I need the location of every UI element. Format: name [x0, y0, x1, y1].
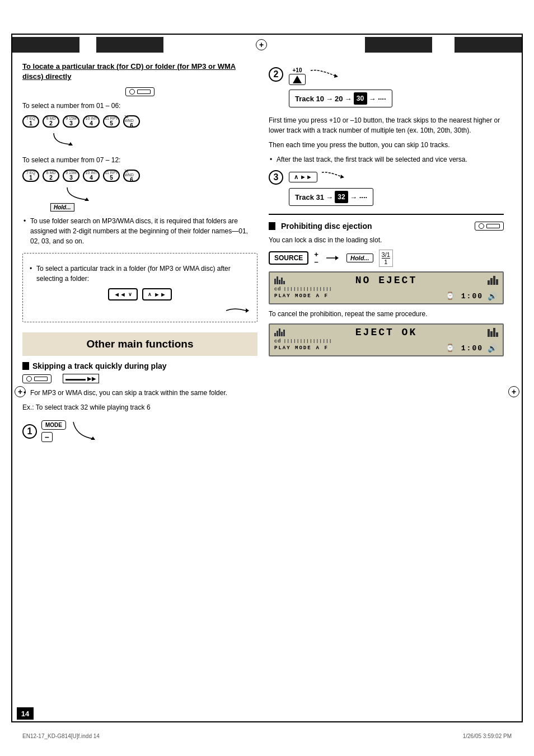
ebar5	[283, 330, 285, 336]
btn-4[interactable]: 10 INT 4	[83, 115, 100, 128]
header-left-block	[12, 37, 79, 53]
arrow3: →	[326, 193, 333, 201]
btn-5[interactable]: 11 RPT 5	[103, 115, 120, 128]
select-01-06-label: To select a number from 01 – 06:	[22, 101, 257, 111]
footer: EN12-17_KD-G814[U]f.indd 14 1/26/05 3:59…	[22, 733, 512, 739]
skip-fwd-button[interactable]: ∧ ►►	[289, 172, 317, 182]
lcd-figure-right: 🔊	[488, 292, 498, 301]
page-number: 14	[17, 707, 34, 720]
lcd-time-icon: ⌚	[446, 292, 456, 300]
erbar3	[493, 328, 495, 337]
eject-figure-right: 🔊	[488, 344, 498, 353]
bar4	[281, 278, 283, 284]
nav-btn-left[interactable]: ◄◄∨	[108, 288, 138, 300]
device-icon-row	[22, 87, 257, 96]
btn-3[interactable]: 9 15M 3	[63, 115, 79, 128]
step2-circle: 2	[269, 67, 283, 82]
skip-fwd-arrow	[320, 170, 348, 184]
mode-button[interactable]: MODE	[41, 420, 66, 430]
hold-label-box: Hold...	[346, 253, 373, 262]
step2-content: +10 Track 10	[289, 67, 392, 110]
btn-3b[interactable]: 9 15M 3	[63, 170, 79, 182]
section-separator	[269, 214, 504, 215]
curve-hold-area: Hold...	[50, 186, 257, 212]
svg-marker-2	[246, 308, 249, 313]
svg-marker-4	[334, 74, 338, 78]
page-border-left	[11, 34, 12, 722]
skip-title: Skipping a track quickly during play	[32, 361, 167, 370]
erbar2	[490, 331, 493, 337]
lcd-bars-right	[488, 276, 498, 285]
skip-bullet-1: For MP3 or WMA disc, you can skip a trac…	[22, 388, 257, 398]
black-square-skip	[22, 362, 29, 370]
minus-button[interactable]: –	[41, 432, 53, 442]
device-circle	[129, 89, 135, 95]
btn-1b[interactable]: 7 EQ 1	[22, 170, 39, 182]
eject-lcd-bars-left	[274, 328, 285, 336]
erbar4	[496, 332, 498, 337]
eject-time-icon: ⌚	[446, 344, 456, 353]
btn-4b[interactable]: 10 INT 4	[83, 170, 100, 182]
skip-device-icon-1	[22, 374, 51, 383]
lcd-bottom-row-1: PLAY MODE A F ⌚ 1:00 🔊	[274, 292, 498, 301]
black-square-prohibit	[269, 222, 275, 230]
btn-6b[interactable]: 12 WND 6	[123, 170, 140, 182]
lcd-tick-marks: |||||||||||||||	[284, 286, 332, 291]
track32-filled: 32	[335, 191, 348, 203]
prohibit-circle	[479, 223, 484, 229]
lcd-no-eject-text: NO EJECT	[355, 275, 417, 286]
left-column: To locate a particular track (for CD) or…	[22, 62, 257, 450]
plus10-button[interactable]	[289, 74, 306, 85]
seq-dots: → ····	[369, 95, 386, 103]
eject-playmode: PLAY MODE	[274, 345, 312, 351]
rbar3	[493, 276, 495, 285]
plus-minus-buttons: + –	[314, 251, 318, 265]
prohibit-device-icon	[475, 222, 504, 231]
btn-5b[interactable]: 11 RPT 5	[103, 170, 120, 182]
plus10-btn-wrap: +10	[289, 67, 306, 85]
other-main-title: Other main functions	[31, 338, 249, 350]
skip-icon-play: ▶▶	[87, 375, 96, 382]
eject-lcd-sub-row: cd |||||||||||||||	[274, 338, 498, 344]
footer-right: 1/26/05 3:59:02 PM	[463, 733, 512, 739]
lcd-top-row: NO EJECT	[274, 275, 498, 286]
source-button[interactable]: SOURCE	[269, 251, 308, 265]
eject-lcd-top-row: EJECT OK	[274, 327, 498, 338]
plus10-label: +10	[293, 67, 302, 73]
reg-mark-left	[15, 386, 26, 397]
button-row-01-06: 7 EQ 1 8 MD 2 9 15M 3 10 INT 4 11 RPT	[22, 115, 257, 128]
skip-device-icons: ▬▬▬▬ ▶▶	[22, 374, 257, 383]
skip-rect-1	[34, 377, 48, 381]
btn-1[interactable]: 7 EQ 1	[22, 115, 39, 128]
reg-mark-right	[508, 386, 519, 397]
source-hold-row: SOURCE + – Hold... 3/1 1	[269, 250, 504, 267]
bullet-para-folder: To use folder search on MP3/WMA discs, i…	[22, 216, 257, 246]
step2-row: 2 +10	[269, 67, 504, 110]
eject-time-value: 1:00	[461, 344, 483, 353]
ebar1	[274, 333, 276, 336]
skip-ex-label: Ex.: To select track 32 while playing tr…	[22, 402, 257, 412]
button-row-07-12: 7 EQ 1 8 MD 2 9 15M 3 10 INT 4 11 RPT	[22, 170, 257, 182]
minus-button2[interactable]: –	[315, 258, 318, 265]
arrow2: →	[345, 95, 352, 103]
track31-text: Track 31	[295, 193, 324, 201]
bar5	[283, 281, 285, 284]
seq-dots2: → ····	[350, 193, 367, 201]
hold-label-1: Hold...	[50, 203, 74, 212]
bar2	[277, 276, 278, 284]
nav-btn-right[interactable]: ∧►►	[142, 288, 172, 300]
track-sequence-display: Track 10 → 20 → 30 → ····	[289, 90, 392, 107]
erbar1	[488, 329, 490, 337]
prohibiting-text: You can lock a disc in the loading slot.	[269, 235, 504, 245]
other-main-box: Other main functions	[22, 332, 257, 356]
up-triangle-icon	[293, 76, 302, 83]
skip-section-head: Skipping a track quickly during play	[22, 361, 257, 370]
step1-arrow	[71, 419, 104, 443]
eject-time-display: ⌚ 1:00	[446, 344, 483, 353]
btn-2[interactable]: 8 MD 2	[43, 115, 59, 128]
btn-6[interactable]: 12 WND 6	[123, 115, 140, 128]
rbar2	[490, 278, 493, 285]
rbar4	[496, 279, 498, 285]
step3-row: 3 ∧ ►► Track 31	[269, 170, 504, 208]
btn-2b[interactable]: 8 MD 2	[43, 170, 59, 182]
